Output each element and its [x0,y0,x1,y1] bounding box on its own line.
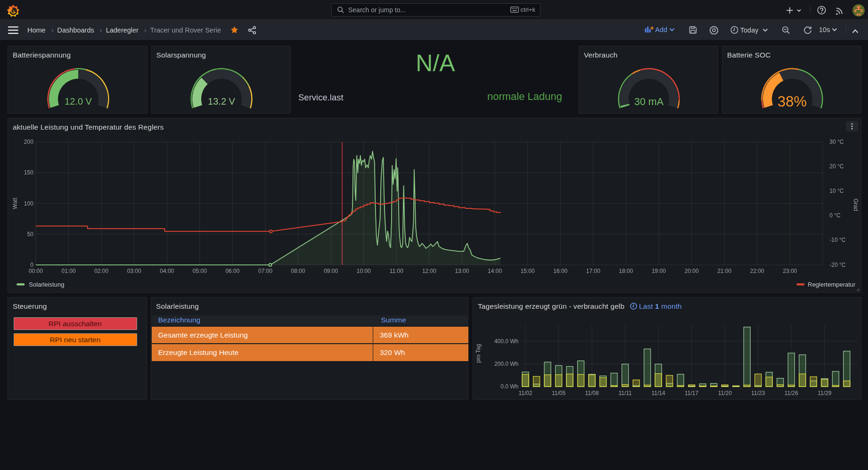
svg-text:0.0 Wh: 0.0 Wh [500,383,518,389]
svg-text:10:00: 10:00 [357,267,371,274]
svg-text:11/11: 11/11 [619,389,632,396]
svg-text:13:00: 13:00 [455,267,469,274]
svg-text:15:00: 15:00 [521,267,535,274]
svg-text:200: 200 [24,139,33,145]
svg-text:18:00: 18:00 [619,267,633,274]
svg-text:20:00: 20:00 [685,267,699,274]
svg-text:100: 100 [24,200,33,206]
svg-text:11/17: 11/17 [685,389,698,396]
svg-text:pro Tag: pro Tag [475,344,482,363]
svg-text:38%: 38% [778,93,807,110]
svg-text:Solarleistung: Solarleistung [29,281,64,288]
svg-text:11/14: 11/14 [652,389,665,396]
svg-text:400.0 Wh: 400.0 Wh [494,338,518,344]
svg-text:00:00: 00:00 [29,267,43,274]
svg-text:11/02: 11/02 [518,389,532,396]
svg-text:11/05: 11/05 [552,389,565,396]
svg-text:0 °C: 0 °C [829,212,841,219]
svg-text:20 °C: 20 °C [829,163,843,169]
svg-text:19:00: 19:00 [652,267,666,274]
svg-text:16:00: 16:00 [553,267,567,274]
svg-text:14:00: 14:00 [488,267,502,274]
svg-text:12:00: 12:00 [422,267,436,274]
svg-text:150: 150 [24,169,33,176]
svg-text:11/29: 11/29 [818,389,831,396]
svg-text:Grad: Grad [852,198,859,211]
svg-text:08:00: 08:00 [291,267,305,274]
svg-text:Reglertemperatur: Reglertemperatur [808,281,856,288]
svg-text:12.0 V: 12.0 V [65,96,92,107]
svg-text:50: 50 [27,231,33,237]
svg-text:-20 °C: -20 °C [829,261,845,268]
svg-text:04:00: 04:00 [160,267,174,274]
svg-text:03:00: 03:00 [127,267,141,274]
svg-text:11/26: 11/26 [785,389,798,396]
svg-text:11:00: 11:00 [390,267,403,274]
svg-text:02:00: 02:00 [94,267,108,274]
svg-text:11/08: 11/08 [585,389,599,396]
svg-text:23:00: 23:00 [783,267,797,274]
svg-text:07:00: 07:00 [258,267,272,274]
svg-text:22:00: 22:00 [750,267,764,274]
svg-text:30 °C: 30 °C [829,138,843,145]
svg-text:06:00: 06:00 [225,267,239,274]
svg-text:Watt: Watt [12,197,18,209]
svg-text:200.0 Wh: 200.0 Wh [494,360,518,367]
svg-text:05:00: 05:00 [193,267,207,274]
svg-text:01:00: 01:00 [62,267,76,274]
svg-text:-10 °C: -10 °C [829,237,845,243]
svg-text:17:00: 17:00 [586,267,600,274]
svg-text:10 °C: 10 °C [829,187,843,194]
svg-text:11/23: 11/23 [751,389,765,396]
svg-text:11/20: 11/20 [718,389,732,396]
svg-text:13.2 V: 13.2 V [208,96,235,107]
svg-text:09:00: 09:00 [324,267,338,274]
svg-text:21:00: 21:00 [717,267,731,274]
svg-text:30 mA: 30 mA [634,96,664,107]
